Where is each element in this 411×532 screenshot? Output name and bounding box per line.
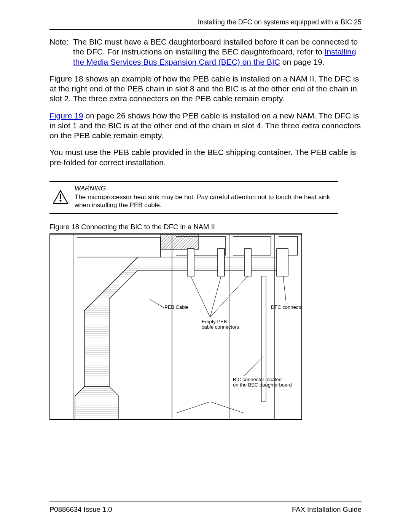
svg-rect-11 xyxy=(218,249,225,276)
figure-19-link[interactable]: Figure 19 xyxy=(49,111,83,120)
svg-rect-2 xyxy=(60,194,61,199)
paragraph-2: Figure 19 on page 26 shows how the PEB c… xyxy=(49,111,362,141)
footer-right: FAX Installation Guide xyxy=(292,505,362,514)
warning-body: The microprocessor heat sink may be hot.… xyxy=(75,193,338,209)
label-peb-cable: PEB Cable xyxy=(164,304,189,310)
header-page-number: 25 xyxy=(354,18,362,26)
note-label: Note: xyxy=(49,37,73,67)
figure-caption: Figure 18 Connecting the BIC to the DFC … xyxy=(49,222,362,231)
figure-18: PEB Cable Empty PEB cable connectors DFC… xyxy=(49,233,302,420)
note-body: The BIC must have a BEC daughterboard in… xyxy=(73,37,362,67)
paragraph-2-rest: on page 26 shows how the PEB cable is in… xyxy=(49,111,361,140)
label-bic-conn-1: BIC connector located xyxy=(233,377,282,382)
label-bic-conn-2: on the BEC daughterboard xyxy=(233,382,292,388)
svg-rect-12 xyxy=(244,249,251,276)
svg-line-16 xyxy=(191,276,210,317)
label-empty-peb: Empty PEB xyxy=(202,319,227,324)
header-title: Installing the DFC on systems equipped w… xyxy=(198,18,352,26)
note-block: Note: The BIC must have a BEC daughterbo… xyxy=(49,37,362,67)
note-text-before: The BIC must have a BEC daughterboard in… xyxy=(73,37,358,56)
label-cable-connectors: cable connectors xyxy=(202,324,239,330)
footer-left: P0886634 Issue 1.0 xyxy=(49,505,112,514)
paragraph-3: You must use the PEB cable provided in t… xyxy=(49,147,362,168)
svg-line-15 xyxy=(149,299,164,308)
page-footer: P0886634 Issue 1.0 FAX Installation Guid… xyxy=(49,502,362,514)
svg-rect-10 xyxy=(187,249,194,276)
warning-heading: WARNING xyxy=(75,184,338,192)
svg-rect-13 xyxy=(277,249,288,276)
svg-rect-7 xyxy=(161,234,199,249)
svg-line-19 xyxy=(283,276,286,304)
warning-box: WARNING The microprocessor heat sink may… xyxy=(49,181,338,214)
header-rule xyxy=(49,29,362,30)
svg-line-20 xyxy=(244,356,263,376)
svg-point-3 xyxy=(60,200,62,201)
note-text-after: on page 19. xyxy=(280,58,325,66)
warning-icon xyxy=(49,184,72,209)
label-dfc-connector: DFC connector xyxy=(271,304,301,310)
paragraph-1: Figure 18 shows an example of how the PE… xyxy=(49,74,362,104)
page-header: Installing the DFC on systems equipped w… xyxy=(49,18,362,29)
